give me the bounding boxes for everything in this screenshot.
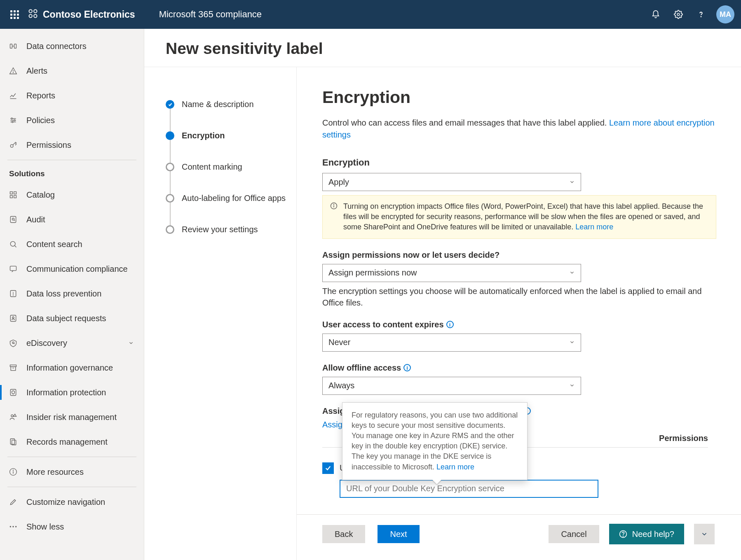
nav-item-reports[interactable]: Reports [0, 83, 144, 108]
svg-rect-21 [14, 196, 16, 198]
info-icon[interactable]: i [403, 364, 411, 371]
dke-checkbox[interactable] [322, 462, 334, 474]
nav-item-content-search[interactable]: Content search [0, 232, 144, 257]
nav-item-data-connectors[interactable]: Data connectors [0, 34, 144, 58]
nav-item-ediscovery[interactable]: eDiscovery [0, 331, 144, 355]
chevron-down-icon [569, 268, 575, 278]
top-bar: Contoso Electronics Microsoft 365 compli… [0, 0, 741, 29]
nav-item-communication-compliance[interactable]: Communication compliance [0, 257, 144, 281]
encryption-field-label: Encryption [322, 157, 716, 168]
nav-item-customize-navigation[interactable]: Customize navigation [0, 490, 144, 514]
dots-icon [9, 525, 23, 529]
step-circle [166, 163, 174, 171]
svg-rect-18 [10, 192, 13, 194]
shield-icon [9, 388, 23, 397]
sliders-icon [9, 116, 23, 124]
nav-label: Insider risk management [26, 413, 117, 422]
assign-mode-select-value: Assign permissions now [328, 268, 417, 278]
nav-item-show-less[interactable]: Show less [0, 514, 144, 539]
nav-item-data-subject-requests[interactable]: Data subject requests [0, 306, 144, 331]
brand[interactable]: Contoso Electronics [27, 8, 135, 21]
nav-item-insider-risk-management[interactable]: Insider risk management [0, 405, 144, 429]
brand-logo-icon [27, 8, 39, 21]
svg-rect-6 [10, 44, 12, 48]
risk-icon [9, 413, 23, 421]
next-button[interactable]: Next [378, 525, 419, 543]
alert-icon [9, 67, 23, 75]
step-name-description[interactable]: Name & description [166, 89, 296, 120]
tooltip-learn-more-link[interactable]: Learn more [436, 463, 474, 471]
nav-label: Alerts [26, 66, 47, 76]
chevron-down-icon [128, 338, 134, 348]
tooltip-text: For regulatory reasons, you can use two … [352, 411, 518, 471]
chat-icon [9, 265, 23, 273]
nav-item-catalog[interactable]: Catalog [0, 182, 144, 207]
nav-item-audit[interactable]: Audit [0, 207, 144, 232]
expires-select-value: Never [328, 338, 350, 347]
collapse-help-button[interactable] [694, 524, 715, 544]
infobar-learn-more-link[interactable]: Learn more [575, 223, 613, 231]
encryption-select[interactable]: Apply [322, 173, 581, 191]
nav-label: Catalog [26, 190, 55, 200]
help-icon[interactable] [689, 10, 712, 19]
section-title: Encryption [322, 88, 716, 107]
settings-icon[interactable] [667, 10, 689, 19]
step-content-marking[interactable]: Content marking [166, 151, 296, 182]
app-launcher-icon[interactable] [4, 10, 25, 19]
nav-label: Policies [26, 116, 55, 125]
expires-label: User access to content expires i [322, 320, 716, 329]
offline-select[interactable]: Always [322, 377, 581, 395]
assign-mode-select[interactable]: Assign permissions now [322, 264, 581, 282]
svg-point-15 [14, 119, 15, 121]
step-label: Review your settings [182, 225, 258, 234]
chevron-down-icon [569, 177, 575, 187]
svg-point-41 [10, 526, 11, 527]
nav-label: More resources [26, 467, 84, 477]
chevron-down-icon [569, 338, 575, 347]
dke-url-input[interactable] [340, 480, 598, 498]
nav-item-permissions[interactable]: Permissions [0, 133, 144, 157]
nav-label: Content search [26, 240, 82, 249]
step-review-your-settings[interactable]: Review your settings [166, 214, 296, 245]
svg-rect-20 [10, 196, 13, 198]
connector-icon [9, 42, 23, 50]
svg-rect-22 [10, 217, 16, 223]
nav-label: Records management [26, 437, 108, 447]
svg-point-14 [11, 118, 12, 119]
nav-label: Data connectors [26, 42, 87, 51]
nav-item-more-resources[interactable]: More resources [0, 460, 144, 484]
nav-item-information-governance[interactable]: Information governance [0, 355, 144, 380]
svg-point-48 [623, 536, 623, 537]
records-icon [9, 438, 23, 446]
step-encryption[interactable]: Encryption [166, 120, 296, 151]
svg-point-27 [13, 295, 14, 295]
nav-item-records-management[interactable]: Records management [0, 429, 144, 454]
svg-point-29 [12, 317, 14, 318]
nav-item-information-protection[interactable]: Information protection [0, 380, 144, 405]
step-auto-labeling-for-office-apps[interactable]: Auto-labeling for Office apps [166, 182, 296, 214]
step-circle [166, 131, 174, 140]
info-icon[interactable]: i [446, 321, 454, 328]
nav-label: Information governance [26, 363, 113, 373]
step-label: Content marking [182, 162, 242, 172]
info-icon [9, 468, 23, 476]
svg-point-0 [29, 9, 32, 12]
nav-item-policies[interactable]: Policies [0, 108, 144, 133]
expires-select[interactable]: Never [322, 334, 581, 352]
audit-icon [9, 215, 23, 224]
nav-label: Data subject requests [26, 314, 106, 323]
wizard-stepper: Name & descriptionEncryptionContent mark… [144, 67, 297, 560]
nav-item-data-loss-prevention[interactable]: Data loss prevention [0, 281, 144, 306]
svg-point-17 [10, 145, 13, 147]
step-circle [166, 100, 174, 109]
nav-label: Show less [26, 522, 64, 532]
cancel-button[interactable]: Cancel [549, 525, 599, 543]
avatar[interactable]: MA [716, 5, 734, 23]
need-help-button[interactable]: Need help? [609, 524, 684, 544]
info-icon [330, 202, 338, 233]
back-button[interactable]: Back [322, 525, 365, 543]
notifications-icon[interactable] [644, 10, 667, 19]
grid-icon [9, 191, 23, 199]
nav-item-alerts[interactable]: Alerts [0, 58, 144, 83]
assign-mode-label: Assign permissions now or let users deci… [322, 250, 716, 260]
